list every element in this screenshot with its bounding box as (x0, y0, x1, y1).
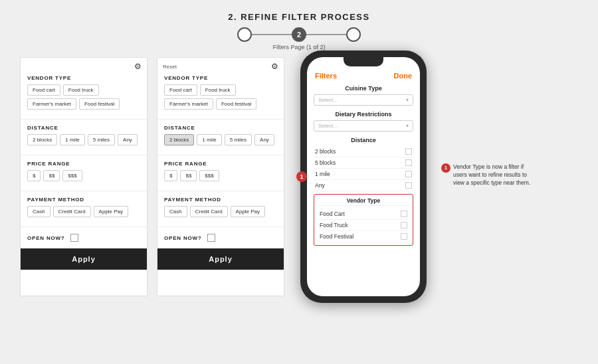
phone-dietary-placeholder: Select... (318, 123, 338, 129)
phone-distance-2blocks-label: 2 blocks (315, 148, 336, 155)
phone-screen-inner: Filters Done Cuisine Type Select... ▾ Di… (307, 57, 420, 252)
panel1-distance-label: DISTANCE (27, 125, 140, 131)
panel1-payment-section: PAYMENT METHOD Cash Credit Card Apple Pa… (21, 194, 147, 224)
phone-distance-5blocks-label: 5 blocks (315, 159, 336, 166)
header: 2. Refine Filter Process (228, 0, 369, 22)
phone-vendor-food-cart-checkbox[interactable] (401, 211, 407, 217)
badge-1-phone: 1 (296, 171, 307, 182)
phone-dietary-select[interactable]: Select... ▾ (314, 120, 413, 132)
panel2-cash-btn[interactable]: Cash (164, 206, 187, 217)
divider-2c (157, 191, 284, 191)
panel2-2blocks-btn[interactable]: 2 blocks (164, 134, 194, 145)
phone-screen: Filters Done Cuisine Type Select... ▾ Di… (307, 57, 420, 296)
panel1-open-now-label: OPEN NOW? (27, 235, 65, 241)
panel1-price-1-btn[interactable]: $ (27, 170, 41, 181)
panel2-distance-section: DISTANCE 2 blocks 1 mile 5 miles Any (157, 122, 284, 152)
phone-cuisine-select[interactable]: Select... ▾ (314, 94, 413, 106)
divider-1a (21, 119, 147, 120)
phone-vendor-food-truck-checkbox[interactable] (401, 222, 407, 228)
panel1-payment-btns: Cash Credit Card Apple Pay (27, 206, 140, 217)
panel2-price-section: PRICE RANGE $ $$ $$$ (157, 158, 284, 188)
panel2-price-1-btn[interactable]: $ (164, 170, 177, 181)
panel2-vendor-label: VENDOR TYPE (164, 75, 277, 81)
phone-distance-label: Distance (314, 137, 413, 143)
step-line-1 (252, 34, 292, 35)
panel2-farmers-market-btn[interactable]: Farmer's market (164, 98, 213, 110)
panel2-apply-button[interactable]: Apply (157, 248, 284, 270)
panel1-price-label: PRICE RANGE (27, 161, 140, 167)
panel1-distance-section: DISTANCE 2 blocks 1 mile 5 miles Any (21, 122, 147, 152)
panel2-apple-btn[interactable]: Apple Pay (231, 206, 265, 217)
step-2: 2 (292, 27, 306, 42)
phone-vendor-food-festival-checkbox[interactable] (401, 233, 407, 240)
divider-1d (21, 227, 147, 227)
panel2-payment-section: PAYMENT METHOD Cash Credit Card Apple Pa… (157, 194, 284, 224)
divider-1b (21, 155, 147, 155)
panel1-open-now-row: OPEN NOW? (21, 230, 147, 246)
divider-2a (157, 119, 284, 120)
panel1-toolbar: ⚙ (21, 58, 147, 72)
phone-distance-any-checkbox[interactable] (405, 182, 412, 189)
panel2-1mile-btn[interactable]: 1 mile (197, 134, 221, 145)
panel1-5miles-btn[interactable]: 5 miles (88, 134, 115, 145)
panel2-food-cart-btn[interactable]: Food cart (164, 84, 197, 96)
panel2-distance-label: DISTANCE (164, 125, 277, 131)
phone-header: Filters Done (314, 72, 413, 80)
phone-distance-5blocks: 5 blocks (314, 157, 413, 169)
panel2-credit-btn[interactable]: Credit Card (190, 206, 228, 217)
panel1-1mile-btn[interactable]: 1 mile (60, 134, 84, 145)
panel2-any-btn[interactable]: Any (254, 134, 274, 145)
panel1-farmers-market-btn[interactable]: Farmer's market (27, 98, 76, 110)
phone-body: Filters Done Cuisine Type Select... ▾ Di… (300, 50, 427, 303)
panel1-credit-btn[interactable]: Credit Card (53, 206, 91, 217)
panel1-cash-btn[interactable]: Cash (27, 206, 50, 217)
divider-2b (157, 155, 284, 155)
panel1-food-festival-btn[interactable]: Food festival (79, 98, 120, 110)
panel1-apply-button[interactable]: Apply (21, 248, 147, 270)
panel1-open-now-checkbox[interactable] (70, 234, 78, 242)
panel1-price-2-btn[interactable]: $$ (43, 170, 60, 181)
panel2-open-now-row: OPEN NOW? (157, 230, 284, 246)
panel2-price-3-btn[interactable]: $$$ (199, 170, 219, 181)
panel1-food-truck-btn[interactable]: Food truck (63, 84, 99, 96)
phone-notch (344, 56, 383, 66)
step-line-2 (306, 34, 346, 35)
annotation-text: 1 Vendor Type is now a filter if users w… (441, 163, 534, 187)
panel1-distance-btns: 2 blocks 1 mile 5 miles Any (27, 134, 140, 145)
phone-vendor-food-truck: Food Truck (318, 220, 409, 231)
phone-mockup: 1 Filters Done Cuisine Type Select... ▾ (300, 50, 427, 303)
phone-cuisine-label: Cuisine Type (314, 85, 413, 92)
phone-distance-2blocks-checkbox[interactable] (405, 148, 412, 155)
step-dots: 2 (237, 27, 361, 42)
panel1-any-btn[interactable]: Any (118, 134, 138, 145)
filter-panel-1: ⚙ VENDOR TYPE Food cart Food truck Farme… (20, 57, 148, 296)
panel1-vendor-btns: Food cart Food truck Farmer's market Foo… (27, 84, 140, 110)
panel1-food-cart-btn[interactable]: Food cart (27, 84, 60, 96)
phone-vendor-food-cart-label: Food Cart (320, 211, 345, 217)
panel2-open-now-checkbox[interactable] (207, 234, 215, 242)
filter-icon-2: ⚙ (271, 62, 278, 71)
panel1-payment-label: PAYMENT METHOD (27, 197, 140, 203)
panel1-price-3-btn[interactable]: $$$ (62, 170, 82, 181)
panel2-payment-btns: Cash Credit Card Apple Pay (164, 206, 277, 217)
panel2-food-festival-btn[interactable]: Food festival (216, 98, 256, 110)
annotation-box: 1 Vendor Type is now a filter if users w… (441, 163, 534, 187)
phone-distance-5blocks-checkbox[interactable] (405, 159, 412, 166)
panel2-reset-link[interactable]: Reset (163, 64, 177, 70)
phone-vendor-popup-title: Vendor Type (318, 197, 409, 206)
panel2-vendor-btns: Food cart Food truck Farmer's market Foo… (164, 84, 277, 110)
phone-done-button[interactable]: Done (394, 72, 413, 80)
phone-distance-1mile-checkbox[interactable] (405, 171, 412, 177)
phone-distance-1mile: 1 mile (314, 169, 413, 180)
step-label: Filters Page (1 of 2) (272, 44, 325, 50)
panel2-payment-label: PAYMENT METHOD (164, 197, 277, 203)
phone-vendor-food-festival-label: Food Festival (320, 233, 353, 240)
panel2-5miles-btn[interactable]: 5 miles (225, 134, 252, 145)
panel1-apple-btn[interactable]: Apple Pay (94, 206, 128, 217)
panel1-2blocks-btn[interactable]: 2 blocks (27, 134, 57, 145)
page: 2. Refine Filter Process 2 Filters Page … (0, 0, 598, 364)
divider-2d (157, 227, 284, 227)
panel2-food-truck-btn[interactable]: Food truck (200, 84, 236, 96)
phone-distance-1mile-label: 1 mile (315, 171, 330, 177)
panel2-price-2-btn[interactable]: $$ (180, 170, 197, 181)
